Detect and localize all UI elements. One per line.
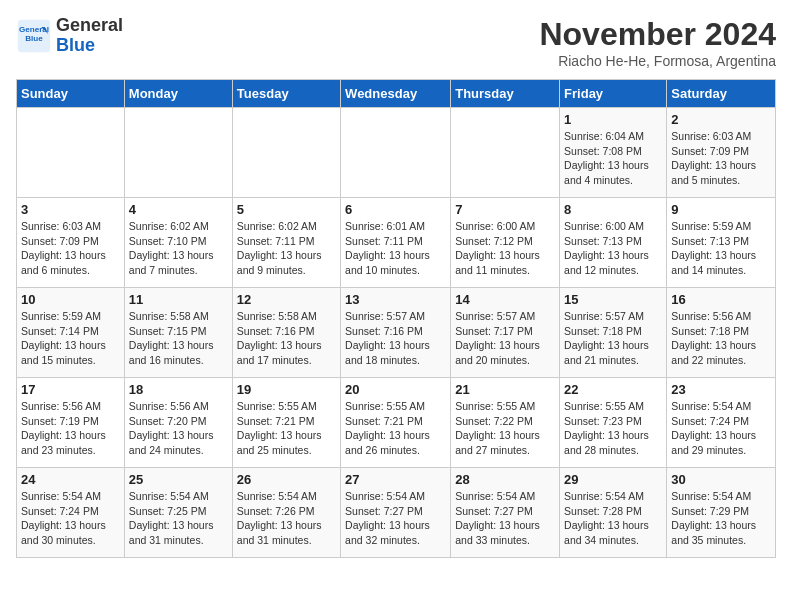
day-info: Sunrise: 5:54 AM Sunset: 7:24 PM Dayligh… [671,399,771,458]
day-number: 7 [455,202,555,217]
calendar-cell: 18Sunrise: 5:56 AM Sunset: 7:20 PM Dayli… [124,378,232,468]
day-info: Sunrise: 5:58 AM Sunset: 7:16 PM Dayligh… [237,309,336,368]
calendar-header: SundayMondayTuesdayWednesdayThursdayFrid… [17,80,776,108]
day-number: 11 [129,292,228,307]
calendar-week-row: 17Sunrise: 5:56 AM Sunset: 7:19 PM Dayli… [17,378,776,468]
day-number: 24 [21,472,120,487]
day-number: 15 [564,292,662,307]
calendar-week-row: 10Sunrise: 5:59 AM Sunset: 7:14 PM Dayli… [17,288,776,378]
day-info: Sunrise: 5:54 AM Sunset: 7:26 PM Dayligh… [237,489,336,548]
day-info: Sunrise: 5:54 AM Sunset: 7:25 PM Dayligh… [129,489,228,548]
calendar-cell [341,108,451,198]
calendar-cell: 19Sunrise: 5:55 AM Sunset: 7:21 PM Dayli… [232,378,340,468]
col-header-wednesday: Wednesday [341,80,451,108]
day-number: 30 [671,472,771,487]
calendar-cell: 28Sunrise: 5:54 AM Sunset: 7:27 PM Dayli… [451,468,560,558]
day-number: 25 [129,472,228,487]
day-info: Sunrise: 5:59 AM Sunset: 7:14 PM Dayligh… [21,309,120,368]
calendar-cell [17,108,125,198]
calendar-cell: 13Sunrise: 5:57 AM Sunset: 7:16 PM Dayli… [341,288,451,378]
calendar-cell: 11Sunrise: 5:58 AM Sunset: 7:15 PM Dayli… [124,288,232,378]
day-info: Sunrise: 5:54 AM Sunset: 7:27 PM Dayligh… [455,489,555,548]
calendar-table: SundayMondayTuesdayWednesdayThursdayFrid… [16,79,776,558]
calendar-cell: 22Sunrise: 5:55 AM Sunset: 7:23 PM Dayli… [560,378,667,468]
calendar-cell: 27Sunrise: 5:54 AM Sunset: 7:27 PM Dayli… [341,468,451,558]
day-info: Sunrise: 5:59 AM Sunset: 7:13 PM Dayligh… [671,219,771,278]
title-block: November 2024 Riacho He-He, Formosa, Arg… [539,16,776,69]
svg-text:Blue: Blue [25,34,43,43]
calendar-cell: 12Sunrise: 5:58 AM Sunset: 7:16 PM Dayli… [232,288,340,378]
day-number: 2 [671,112,771,127]
day-number: 9 [671,202,771,217]
calendar-cell: 16Sunrise: 5:56 AM Sunset: 7:18 PM Dayli… [667,288,776,378]
calendar-cell: 23Sunrise: 5:54 AM Sunset: 7:24 PM Dayli… [667,378,776,468]
col-header-saturday: Saturday [667,80,776,108]
calendar-week-row: 1Sunrise: 6:04 AM Sunset: 7:08 PM Daylig… [17,108,776,198]
calendar-cell: 15Sunrise: 5:57 AM Sunset: 7:18 PM Dayli… [560,288,667,378]
col-header-thursday: Thursday [451,80,560,108]
calendar-cell: 17Sunrise: 5:56 AM Sunset: 7:19 PM Dayli… [17,378,125,468]
calendar-cell: 29Sunrise: 5:54 AM Sunset: 7:28 PM Dayli… [560,468,667,558]
day-number: 8 [564,202,662,217]
col-header-sunday: Sunday [17,80,125,108]
day-info: Sunrise: 5:56 AM Sunset: 7:20 PM Dayligh… [129,399,228,458]
day-info: Sunrise: 5:57 AM Sunset: 7:17 PM Dayligh… [455,309,555,368]
day-info: Sunrise: 5:55 AM Sunset: 7:21 PM Dayligh… [345,399,446,458]
day-number: 3 [21,202,120,217]
calendar-cell: 24Sunrise: 5:54 AM Sunset: 7:24 PM Dayli… [17,468,125,558]
day-info: Sunrise: 6:00 AM Sunset: 7:12 PM Dayligh… [455,219,555,278]
day-number: 21 [455,382,555,397]
calendar-cell: 14Sunrise: 5:57 AM Sunset: 7:17 PM Dayli… [451,288,560,378]
calendar-cell: 20Sunrise: 5:55 AM Sunset: 7:21 PM Dayli… [341,378,451,468]
calendar-cell: 26Sunrise: 5:54 AM Sunset: 7:26 PM Dayli… [232,468,340,558]
day-number: 28 [455,472,555,487]
day-info: Sunrise: 5:54 AM Sunset: 7:28 PM Dayligh… [564,489,662,548]
day-number: 26 [237,472,336,487]
calendar-cell: 9Sunrise: 5:59 AM Sunset: 7:13 PM Daylig… [667,198,776,288]
calendar-cell: 25Sunrise: 5:54 AM Sunset: 7:25 PM Dayli… [124,468,232,558]
day-info: Sunrise: 5:56 AM Sunset: 7:18 PM Dayligh… [671,309,771,368]
day-number: 23 [671,382,771,397]
day-info: Sunrise: 5:56 AM Sunset: 7:19 PM Dayligh… [21,399,120,458]
col-header-tuesday: Tuesday [232,80,340,108]
calendar-cell: 21Sunrise: 5:55 AM Sunset: 7:22 PM Dayli… [451,378,560,468]
day-number: 4 [129,202,228,217]
day-number: 27 [345,472,446,487]
calendar-cell: 4Sunrise: 6:02 AM Sunset: 7:10 PM Daylig… [124,198,232,288]
calendar-cell: 6Sunrise: 6:01 AM Sunset: 7:11 PM Daylig… [341,198,451,288]
day-info: Sunrise: 5:54 AM Sunset: 7:29 PM Dayligh… [671,489,771,548]
day-info: Sunrise: 6:03 AM Sunset: 7:09 PM Dayligh… [21,219,120,278]
day-number: 19 [237,382,336,397]
day-number: 1 [564,112,662,127]
day-number: 12 [237,292,336,307]
logo-text: General Blue [56,16,123,56]
calendar-week-row: 24Sunrise: 5:54 AM Sunset: 7:24 PM Dayli… [17,468,776,558]
month-title: November 2024 [539,16,776,53]
calendar-cell [232,108,340,198]
day-info: Sunrise: 6:04 AM Sunset: 7:08 PM Dayligh… [564,129,662,188]
day-number: 17 [21,382,120,397]
calendar-cell [124,108,232,198]
day-info: Sunrise: 6:02 AM Sunset: 7:10 PM Dayligh… [129,219,228,278]
logo-icon: General Blue [16,18,52,54]
day-number: 18 [129,382,228,397]
day-number: 22 [564,382,662,397]
calendar-cell: 1Sunrise: 6:04 AM Sunset: 7:08 PM Daylig… [560,108,667,198]
calendar-cell: 2Sunrise: 6:03 AM Sunset: 7:09 PM Daylig… [667,108,776,198]
calendar-cell: 7Sunrise: 6:00 AM Sunset: 7:12 PM Daylig… [451,198,560,288]
day-number: 5 [237,202,336,217]
calendar-cell: 5Sunrise: 6:02 AM Sunset: 7:11 PM Daylig… [232,198,340,288]
day-info: Sunrise: 6:01 AM Sunset: 7:11 PM Dayligh… [345,219,446,278]
day-info: Sunrise: 5:57 AM Sunset: 7:16 PM Dayligh… [345,309,446,368]
day-info: Sunrise: 5:58 AM Sunset: 7:15 PM Dayligh… [129,309,228,368]
day-info: Sunrise: 5:55 AM Sunset: 7:21 PM Dayligh… [237,399,336,458]
day-number: 29 [564,472,662,487]
day-number: 13 [345,292,446,307]
day-number: 14 [455,292,555,307]
col-header-friday: Friday [560,80,667,108]
day-info: Sunrise: 5:54 AM Sunset: 7:24 PM Dayligh… [21,489,120,548]
day-info: Sunrise: 6:03 AM Sunset: 7:09 PM Dayligh… [671,129,771,188]
day-number: 10 [21,292,120,307]
calendar-cell: 30Sunrise: 5:54 AM Sunset: 7:29 PM Dayli… [667,468,776,558]
day-info: Sunrise: 6:00 AM Sunset: 7:13 PM Dayligh… [564,219,662,278]
